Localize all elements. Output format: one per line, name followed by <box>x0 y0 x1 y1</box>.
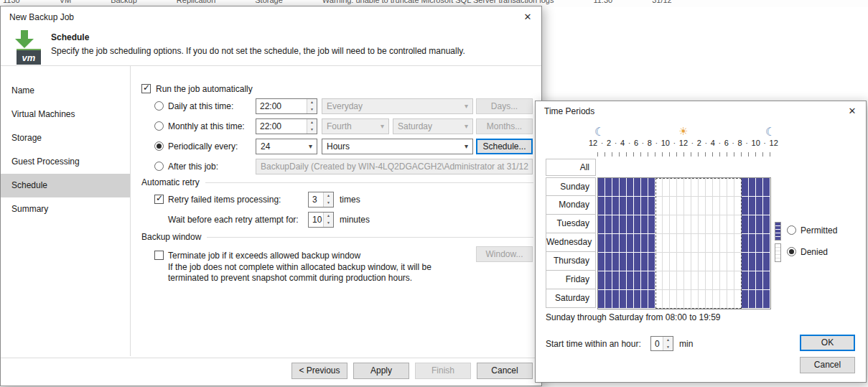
after-job-radio[interactable] <box>154 162 164 171</box>
grid-cell-monday-14[interactable] <box>699 197 706 215</box>
grid-cell-wednesday-19[interactable] <box>734 234 742 253</box>
day-row-button-saturday[interactable]: Saturday <box>546 289 596 308</box>
grid-cell-thursday-9[interactable] <box>663 253 670 271</box>
grid-cell-monday-15[interactable] <box>706 197 713 215</box>
grid-cell-monday-0[interactable] <box>598 197 605 215</box>
grid-cell-sunday-12[interactable] <box>684 178 691 197</box>
grid-cell-saturday-8[interactable] <box>655 290 663 309</box>
grid-cell-wednesday-18[interactable] <box>727 234 734 253</box>
monthly-time-spinner[interactable]: 22:00 ▲ ▼ <box>256 118 317 134</box>
grid-cell-wednesday-6[interactable] <box>641 234 648 253</box>
grid-cell-friday-15[interactable] <box>706 271 713 290</box>
grid-cell-wednesday-17[interactable] <box>720 234 727 253</box>
schedule-button[interactable]: Schedule... <box>476 139 533 154</box>
grid-cell-thursday-23[interactable] <box>763 253 770 271</box>
grid-cell-sunday-20[interactable] <box>742 178 749 197</box>
grid-cell-tuesday-1[interactable] <box>605 215 612 234</box>
grid-cell-tuesday-23[interactable] <box>763 215 770 234</box>
grid-cell-monday-18[interactable] <box>727 197 734 215</box>
grid-cell-friday-1[interactable] <box>605 271 612 290</box>
grid-cell-saturday-0[interactable] <box>598 290 605 309</box>
day-row-button-thursday[interactable]: Thursday <box>546 252 596 271</box>
grid-cell-saturday-11[interactable] <box>677 290 684 309</box>
grid-cell-thursday-5[interactable] <box>634 253 641 271</box>
grid-cell-saturday-19[interactable] <box>734 290 742 309</box>
grid-cell-wednesday-15[interactable] <box>706 234 713 253</box>
start-time-spin-buttons[interactable]: ▲ ▼ <box>663 337 673 350</box>
day-row-button-friday[interactable]: Friday <box>546 271 596 289</box>
grid-cell-sunday-5[interactable] <box>634 178 641 197</box>
grid-cell-saturday-23[interactable] <box>763 290 770 309</box>
grid-cell-friday-0[interactable] <box>598 271 605 290</box>
permitted-radio[interactable] <box>787 225 796 235</box>
grid-cell-sunday-17[interactable] <box>720 178 727 197</box>
grid-cell-monday-1[interactable] <box>605 197 612 215</box>
grid-cell-tuesday-4[interactable] <box>627 215 634 234</box>
grid-cell-tuesday-17[interactable] <box>720 215 727 234</box>
grid-cell-friday-18[interactable] <box>727 271 734 290</box>
grid-cell-wednesday-2[interactable] <box>612 234 620 253</box>
grid-cell-tuesday-20[interactable] <box>742 215 749 234</box>
grid-cell-friday-13[interactable] <box>691 271 699 290</box>
grid-cell-friday-4[interactable] <box>627 271 634 290</box>
retry-count-spinner[interactable]: 3 ▲ ▼ <box>308 192 334 208</box>
denied-radio[interactable] <box>787 247 796 256</box>
spin-down-icon[interactable]: ▼ <box>324 220 333 227</box>
grid-cell-sunday-22[interactable] <box>756 178 763 197</box>
sidebar-item-schedule[interactable]: Schedule <box>1 174 130 197</box>
grid-cell-monday-23[interactable] <box>763 197 770 215</box>
day-row-button-monday[interactable]: Monday <box>546 196 596 215</box>
grid-cell-wednesday-0[interactable] <box>598 234 605 253</box>
grid-cell-friday-11[interactable] <box>677 271 684 290</box>
grid-cell-monday-22[interactable] <box>756 197 763 215</box>
grid-cell-tuesday-2[interactable] <box>612 215 620 234</box>
grid-cell-sunday-4[interactable] <box>627 178 634 197</box>
day-row-button-wednesday[interactable]: Wednesday <box>546 233 596 252</box>
grid-cell-sunday-6[interactable] <box>641 178 648 197</box>
grid-cell-tuesday-19[interactable] <box>734 215 742 234</box>
grid-cell-monday-9[interactable] <box>663 197 670 215</box>
grid-cell-thursday-10[interactable] <box>670 253 677 271</box>
wait-minutes-spin-buttons[interactable]: ▲ ▼ <box>323 213 333 227</box>
grid-cell-wednesday-7[interactable] <box>648 234 655 253</box>
grid-cell-monday-8[interactable] <box>655 197 663 215</box>
grid-cell-saturday-15[interactable] <box>706 290 713 309</box>
grid-cell-sunday-10[interactable] <box>670 178 677 197</box>
grid-cell-friday-12[interactable] <box>684 271 691 290</box>
close-icon[interactable]: ✕ <box>846 106 859 116</box>
grid-cell-tuesday-21[interactable] <box>749 215 756 234</box>
periodically-unit-combo[interactable]: Hours ▾ <box>322 139 473 154</box>
grid-cell-monday-19[interactable] <box>734 197 742 215</box>
grid-cell-monday-6[interactable] <box>641 197 648 215</box>
grid-cell-tuesday-8[interactable] <box>655 215 663 234</box>
grid-cell-thursday-8[interactable] <box>655 253 663 271</box>
monthly-day-combo[interactable]: Saturday ▾ <box>393 118 473 134</box>
grid-cell-thursday-19[interactable] <box>734 253 742 271</box>
grid-cell-wednesday-11[interactable] <box>677 234 684 253</box>
grid-cell-friday-3[interactable] <box>620 271 627 290</box>
grid-cell-tuesday-6[interactable] <box>641 215 648 234</box>
grid-cell-wednesday-21[interactable] <box>749 234 756 253</box>
grid-cell-friday-22[interactable] <box>756 271 763 290</box>
grid-cell-wednesday-16[interactable] <box>713 234 720 253</box>
sidebar-item-name[interactable]: Name <box>1 79 130 103</box>
grid-cell-monday-13[interactable] <box>691 197 699 215</box>
grid-cell-saturday-3[interactable] <box>620 290 627 309</box>
grid-cell-sunday-2[interactable] <box>612 178 620 197</box>
ok-button[interactable]: OK <box>800 335 855 351</box>
grid-cell-wednesday-5[interactable] <box>634 234 641 253</box>
grid-cell-friday-9[interactable] <box>663 271 670 290</box>
grid-cell-tuesday-15[interactable] <box>706 215 713 234</box>
grid-cell-thursday-6[interactable] <box>641 253 648 271</box>
grid-cell-thursday-11[interactable] <box>677 253 684 271</box>
grid-cell-wednesday-12[interactable] <box>684 234 691 253</box>
sidebar-item-summary[interactable]: Summary <box>1 197 130 221</box>
monthly-week-combo[interactable]: Fourth ▾ <box>322 118 389 134</box>
grid-cell-monday-5[interactable] <box>634 197 641 215</box>
terminate-checkbox[interactable] <box>154 251 164 260</box>
grid-cell-sunday-9[interactable] <box>663 178 670 197</box>
grid-cell-friday-16[interactable] <box>713 271 720 290</box>
day-row-button-sunday[interactable]: Sunday <box>546 177 596 196</box>
grid-cell-saturday-12[interactable] <box>684 290 691 309</box>
grid-cell-tuesday-18[interactable] <box>727 215 734 234</box>
